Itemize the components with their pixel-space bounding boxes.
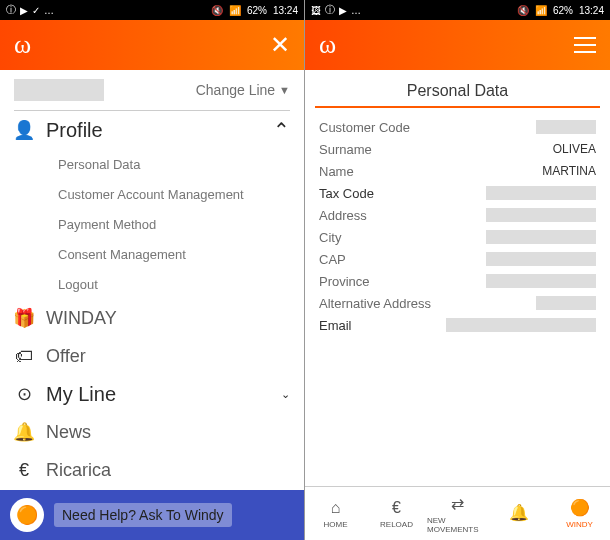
menu-winday[interactable]: 🎁 WINDAY [14,299,290,337]
nav-home-label: HOME [324,520,348,529]
play-icon: ▶ [339,5,347,16]
arrows-icon: ⇄ [451,494,464,513]
label-alt-address: Alternative Address [319,296,431,311]
wind-logo-icon: ω [319,30,336,60]
tag-icon: 🏷 [14,346,34,367]
battery-text: 62% [247,5,267,16]
nav-reload[interactable]: € RELOAD [366,487,427,540]
nav-reload-label: RELOAD [380,520,413,529]
page-title: Personal Data [407,82,508,100]
label-city: City [319,230,341,245]
gift-icon: 🎁 [14,307,34,329]
label-province: Province [319,274,370,289]
menu-offer-label: Offer [46,346,86,367]
check-icon: ✓ [32,5,40,16]
row-province: Province [319,270,596,292]
change-line-label: Change Line [196,82,275,98]
windy-icon: 🟠 [570,498,590,517]
submenu-payment-method[interactable]: Payment Method [14,209,290,239]
bottom-nav: ⌂ HOME € RELOAD ⇄ NEW MOVEMENTS 🔔 🟠 WIND… [305,486,610,540]
nav-movements[interactable]: ⇄ NEW MOVEMENTS [427,487,488,540]
nav-windy[interactable]: 🟠 WINDY [549,487,610,540]
app-header: ω ✕ [0,20,304,70]
battery-text: 62% [553,5,573,16]
signal-icon: 📶 [229,5,241,16]
row-tax-code: Tax Code [319,182,596,204]
submenu-consent[interactable]: Consent Management [14,239,290,269]
help-bar[interactable]: 🟠 Need Help? Ask To Windy [0,490,304,540]
wind-logo-icon: ω [14,30,31,60]
value-surname: OLIVEA [553,142,596,156]
mute-icon: 🔇 [211,5,223,16]
mute-icon: 🔇 [517,5,529,16]
app-header: ω [305,20,610,70]
value-alt-address-redacted [536,296,596,310]
image-icon: 🖼 [311,5,321,16]
value-customer-code-redacted [536,120,596,134]
close-icon[interactable]: ✕ [270,31,290,59]
value-address-redacted [486,208,596,222]
euro-circle-icon: € [392,499,401,517]
submenu-logout[interactable]: Logout [14,269,290,299]
label-cap: CAP [319,252,346,267]
value-cap-redacted [486,252,596,266]
row-customer-code: Customer Code [319,116,596,138]
value-province-redacted [486,274,596,288]
bell-icon: 🔔 [14,421,34,443]
label-tax-code: Tax Code [319,186,374,201]
bell-icon: 🔔 [509,503,529,522]
chevron-down-icon: ⌄ [281,388,290,401]
row-cap: CAP [319,248,596,270]
submenu-customer-account[interactable]: Customer Account Management [14,179,290,209]
more-icon: … [351,5,361,16]
info-icon: ⓘ [325,3,335,17]
row-address: Address [319,204,596,226]
time-text: 13:24 [273,5,298,16]
submenu-personal-data[interactable]: Personal Data [14,149,290,179]
dots-icon: ⊙ [14,383,34,405]
help-text: Need Help? Ask To Windy [54,503,232,527]
status-bar: 🖼 ⓘ ▶ … 🔇 📶 62% 13:24 [305,0,610,20]
menu-news-label: News [46,422,91,443]
menu-news[interactable]: 🔔 News [14,413,290,451]
label-customer-code: Customer Code [319,120,410,135]
menu-ricarica[interactable]: € Ricarica [14,451,290,489]
menu-myline-label: My Line [46,383,116,406]
label-email: Email [319,318,352,333]
signal-icon: 📶 [535,5,547,16]
menu-offer[interactable]: 🏷 Offer [14,337,290,375]
nav-home[interactable]: ⌂ HOME [305,487,366,540]
value-email-redacted [446,318,596,332]
label-name: Name [319,164,354,179]
row-name: Name MARTINA [319,160,596,182]
row-surname: Surname OLIVEA [319,138,596,160]
play-icon: ▶ [20,5,28,16]
nav-notifications[interactable]: 🔔 [488,487,549,540]
menu-winday-label: WINDAY [46,308,117,329]
menu-profile[interactable]: 👤Profile ⌃ [14,111,290,149]
account-number-redacted [14,79,104,101]
label-surname: Surname [319,142,372,157]
time-text: 13:24 [579,5,604,16]
menu-ricarica-label: Ricarica [46,460,111,481]
value-name: MARTINA [542,164,596,178]
info-icon: ⓘ [6,3,16,17]
value-city-redacted [486,230,596,244]
windy-avatar-icon: 🟠 [10,498,44,532]
chevron-down-icon: ▼ [279,84,290,96]
hamburger-icon[interactable] [574,37,596,53]
change-line-button[interactable]: Change Line ▼ [196,82,290,98]
value-tax-code-redacted [486,186,596,200]
home-icon: ⌂ [331,499,341,517]
menu-profile-label: Profile [46,119,103,142]
menu-myline[interactable]: ⊙My Line ⌄ [14,375,290,413]
nav-movements-label: NEW MOVEMENTS [427,516,488,534]
euro-icon: € [14,460,34,481]
row-city: City [319,226,596,248]
nav-windy-label: WINDY [566,520,593,529]
status-bar: ⓘ ▶ ✓ … 🔇 📶 62% 13:24 [0,0,304,20]
profile-icon: 👤 [14,119,34,141]
row-email: Email [319,314,596,336]
more-icon: … [44,5,54,16]
row-alt-address: Alternative Address [319,292,596,314]
